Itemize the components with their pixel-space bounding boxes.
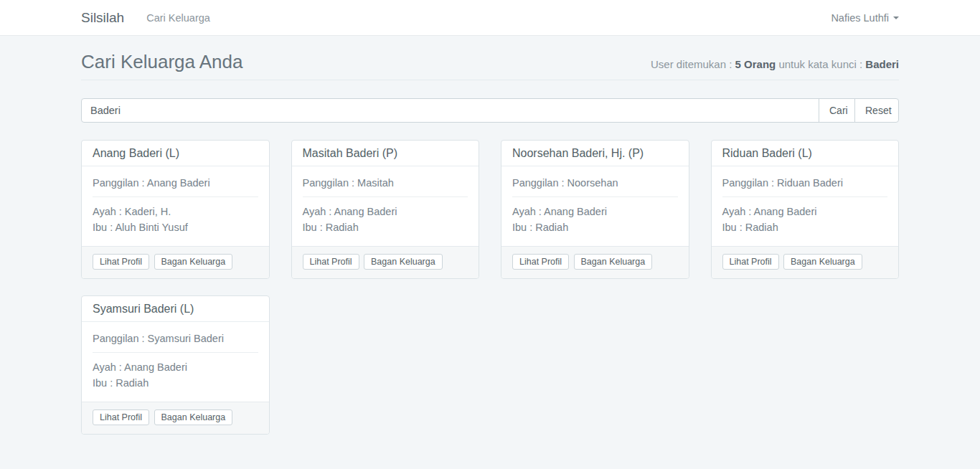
result-card: Syamsuri Baderi (L) Panggilan : Syamsuri… — [70, 295, 281, 435]
card-body: Panggilan : Riduan Baderi Ayah : Anang B… — [712, 166, 899, 246]
card-panggilan: Panggilan : Anang Baderi — [93, 176, 258, 189]
card-ibu: Ibu : Radiah — [722, 219, 888, 235]
card-body: Panggilan : Anang Baderi Ayah : Kaderi, … — [82, 166, 269, 246]
user-name: Nafies Luthfi — [831, 12, 889, 24]
card-ibu: Ibu : Radiah — [303, 219, 468, 235]
result-card: Noorsehan Baderi, Hj. (P) Panggilan : No… — [490, 140, 700, 279]
result-card: Riduan Baderi (L) Panggilan : Riduan Bad… — [700, 140, 910, 279]
reset-button[interactable]: Reset — [854, 98, 899, 123]
page-title: Cari Keluarga Anda — [81, 51, 242, 73]
summary-keyword: Baderi — [865, 58, 899, 70]
cari-button[interactable]: Cari — [819, 98, 855, 123]
user-dropdown[interactable]: Nafies Luthfi — [831, 12, 899, 24]
bagan-keluarga-button[interactable]: Bagan Keluarga — [154, 409, 233, 425]
search-bar: Cari Reset — [81, 98, 899, 123]
navbar: Silsilah Cari Keluarga Nafies Luthfi — [0, 0, 980, 36]
lihat-profil-button[interactable]: Lihat Profil — [303, 254, 359, 270]
lihat-profil-button[interactable]: Lihat Profil — [512, 254, 569, 270]
result-summary: User ditemukan : 5 Orang untuk kata kunc… — [651, 58, 899, 70]
card-body: Panggilan : Masitah Ayah : Anang Baderi … — [292, 166, 479, 246]
card-ibu: Ibu : Radiah — [512, 219, 678, 235]
card-divider — [722, 196, 888, 197]
card-ayah: Ayah : Anang Baderi — [93, 359, 258, 375]
result-card: Masitah Baderi (P) Panggilan : Masitah A… — [281, 140, 491, 279]
card-ibu: Ibu : Aluh Binti Yusuf — [93, 219, 258, 235]
card-footer: Lihat Profil Bagan Keluarga — [82, 246, 269, 278]
bagan-keluarga-button[interactable]: Bagan Keluarga — [783, 254, 862, 270]
card-footer: Lihat Profil Bagan Keluarga — [82, 402, 269, 434]
card-footer: Lihat Profil Bagan Keluarga — [712, 246, 899, 278]
card-divider — [512, 196, 678, 197]
summary-middle: untuk kata kunci : — [776, 58, 865, 70]
card-panggilan: Panggilan : Noorsehan — [512, 176, 678, 189]
bagan-keluarga-button[interactable]: Bagan Keluarga — [574, 254, 653, 270]
card-panggilan: Panggilan : Syamsuri Baderi — [93, 332, 258, 345]
card-title: Syamsuri Baderi (L) — [82, 296, 269, 322]
card-footer: Lihat Profil Bagan Keluarga — [501, 246, 689, 278]
card-title: Masitah Baderi (P) — [292, 141, 479, 166]
card-divider — [93, 352, 258, 353]
result-card: Anang Baderi (L) Panggilan : Anang Bader… — [70, 140, 281, 279]
card-body: Panggilan : Syamsuri Baderi Ayah : Anang… — [82, 322, 269, 402]
card-panggilan: Panggilan : Riduan Baderi — [722, 176, 888, 189]
card-panggilan: Panggilan : Masitah — [303, 176, 468, 189]
page-header: Cari Keluarga Anda User ditemukan : 5 Or… — [81, 51, 899, 80]
card-divider — [93, 196, 258, 197]
chevron-down-icon — [893, 16, 899, 19]
bagan-keluarga-button[interactable]: Bagan Keluarga — [154, 254, 233, 270]
card-divider — [303, 196, 468, 197]
card-ayah: Ayah : Kaderi, H. — [93, 204, 258, 219]
bagan-keluarga-button[interactable]: Bagan Keluarga — [364, 254, 443, 270]
summary-prefix: User ditemukan : — [651, 58, 735, 70]
card-ayah: Ayah : Anang Baderi — [722, 204, 888, 219]
search-input[interactable] — [81, 98, 819, 123]
card-ayah: Ayah : Anang Baderi — [303, 204, 468, 219]
brand-link[interactable]: Silsilah — [81, 10, 124, 26]
results-grid: Anang Baderi (L) Panggilan : Anang Bader… — [70, 140, 910, 451]
card-ibu: Ibu : Radiah — [93, 375, 258, 391]
lihat-profil-button[interactable]: Lihat Profil — [93, 409, 149, 425]
card-ayah: Ayah : Anang Baderi — [512, 204, 678, 219]
card-title: Noorsehan Baderi, Hj. (P) — [501, 141, 689, 166]
card-body: Panggilan : Noorsehan Ayah : Anang Bader… — [501, 166, 689, 246]
lihat-profil-button[interactable]: Lihat Profil — [722, 254, 779, 270]
nav-item-cari-keluarga[interactable]: Cari Keluarga — [146, 12, 210, 24]
lihat-profil-button[interactable]: Lihat Profil — [93, 254, 149, 270]
summary-count: 5 Orang — [735, 58, 776, 70]
card-title: Anang Baderi (L) — [82, 141, 269, 166]
card-footer: Lihat Profil Bagan Keluarga — [292, 246, 479, 278]
main-content: Cari Keluarga Anda User ditemukan : 5 Or… — [70, 51, 910, 451]
card-title: Riduan Baderi (L) — [712, 141, 899, 166]
